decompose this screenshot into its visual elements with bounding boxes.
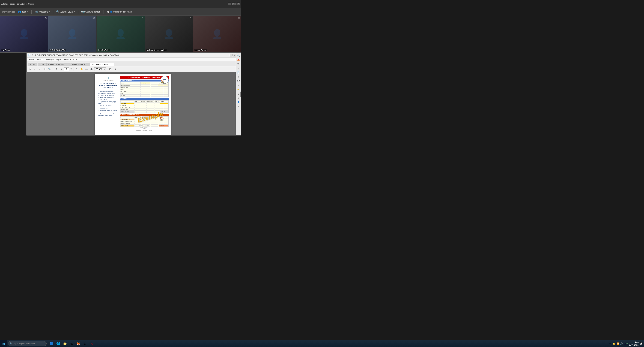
participant-4-avatar: 👤 [164, 29, 174, 39]
video-cell-3: 👤 Luc GABALI ✕ [96, 16, 145, 52]
pdf-main-title: ELABORATION D'UN BUDGET PREVISIONNEL PRO… [98, 82, 118, 89]
right-tool-grid[interactable]: ⊞ [236, 75, 240, 79]
capture-button[interactable]: 📷 Capture d'écran [80, 9, 102, 14]
menu-affichage[interactable]: Affichage [44, 58, 55, 61]
right-tool-edit[interactable]: ✏ [236, 83, 240, 87]
tool-print-icon[interactable]: 🖨 [42, 67, 47, 71]
tool-prev-page-icon[interactable]: ⬆ [54, 67, 58, 71]
house-icon-top: 🏠 [160, 79, 164, 83]
cfei-watermark: WWW.CFEI.FR Page 1 sur 1 [139, 125, 149, 128]
webcams-button[interactable]: 📹 Webcams ▼ [33, 9, 52, 14]
right-tool-print2[interactable]: 🖨 [236, 92, 240, 96]
pdf-tab-exercice4[interactable]: 4 EXERCICE PRATI... [46, 63, 68, 66]
camera-icon: 📹 [34, 10, 38, 13]
elements-table: OBJETTOTAL COPMontant NBR LOGEMENTS GABA… [120, 82, 168, 97]
pdf-tab-exercice3[interactable]: 3 - 1 EXERCICE BU... ✕ [90, 63, 114, 66]
participant-3-avatar: 👤 [115, 29, 126, 39]
separator-4 [103, 10, 104, 14]
pdf-title-text: 3 - 1 EXERCICE BUDGET PROMOTEUR DONNEES … [32, 54, 228, 56]
participant-2-close[interactable]: ✕ [93, 16, 95, 19]
tool-document-icon[interactable]: 🗎 [28, 67, 32, 71]
video-cell-5: 👤 Laurie Gasse ✕ [193, 16, 241, 52]
tool-bookmark-icon[interactable]: ☆ [33, 67, 37, 71]
main-area: 📄 3 - 1 EXERCICE BUDGET PROMOTEUR DONNEE… [0, 53, 241, 135]
menu-fenetre[interactable]: Fenêtre [63, 58, 72, 61]
right-tool-shield[interactable]: 🛡 [236, 96, 240, 100]
menu-edition[interactable]: Edition [36, 58, 44, 61]
pdf-checklist: Opération de promotion immobilière à CLA… [98, 90, 118, 111]
tool-view-mode-icon[interactable]: ⊞ [108, 67, 112, 71]
tool-zoom-out-icon[interactable]: ➖ [84, 67, 88, 71]
right-tool-pdf[interactable]: 📄 [236, 72, 240, 74]
participant-2-name: NICOLAS CASTA [50, 49, 66, 51]
zoom-select[interactable]: 80,6 % [94, 67, 106, 71]
pdf-tab-accueil[interactable]: Accueil [28, 63, 37, 66]
pdf-icon: 📄 [28, 54, 31, 56]
toolbar2-sep-1 [53, 67, 53, 71]
page-separator: / [70, 68, 70, 70]
pdf-viewer: 📄 3 - 1 EXERCICE BUDGET PROMOTEUR DONNEE… [26, 53, 241, 135]
close-button[interactable]: ✕ [236, 3, 240, 5]
exercise-label: Exercice pratique [98, 79, 118, 81]
pdf-nav-arrow-left[interactable]: ◀ [240, 91, 241, 97]
webcams-dropdown-arrow: ▼ [49, 11, 50, 13]
participant-5-close[interactable]: ✕ [238, 16, 240, 19]
top-bar: Affichage actuel : écran Laurie Gasse ─ … [0, 0, 241, 8]
page-total: 1 [71, 68, 72, 70]
pdf-question: → Quel est le montant de CHARGE FONCIERE… [98, 113, 118, 116]
tous-button[interactable]: 👥 Tous ▼ [16, 9, 30, 14]
tool-cursor-icon[interactable]: ↖ [74, 67, 79, 71]
pdf-spreadsheet: CFEI BUDGET PROMOTION / CLAMART CABINET … [120, 76, 168, 131]
intervenant-label: Intervenant(s) : [2, 11, 15, 13]
checklist-item-2: Gabarit de 1426m² SDP [98, 94, 118, 96]
participant-1-avatar: 👤 [18, 29, 30, 39]
pdf-tab-exercice5[interactable]: 5 EXERCICE PRATI... [68, 63, 90, 66]
participant-1-close[interactable]: ✕ [45, 16, 47, 19]
pdf-content: ◀ ⚙️ Exercice pratique ELABORATION D'UN … [27, 72, 241, 135]
pdf-right-tools: 🔍 📤 W ⊡ 📄 ⊞ 💬 ✏ ✍ 🖨 🛡 👤 ⚙ [236, 72, 241, 135]
capture-icon: 📷 [81, 10, 85, 13]
checklist-item-8: Coût au m² SHAB de 2000 € [98, 109, 118, 111]
menu-fichier[interactable]: Fichier [28, 58, 36, 61]
participant-4-name: philippe favre-reguillon [146, 49, 167, 51]
checklist-item-1: Opération de promotion immobilière à CLA… [98, 90, 118, 94]
right-tool-person[interactable]: 👤 [236, 100, 240, 104]
participant-4-close[interactable]: ✕ [190, 16, 192, 19]
pdf-tab-outils[interactable]: Outils [38, 63, 46, 66]
tool-hand-icon[interactable]: ✋ [80, 67, 84, 71]
tool-zoom-in-icon[interactable]: ➕ [89, 67, 94, 71]
video-cell-2: 👤 NICOLAS CASTA ✕ [48, 16, 97, 52]
zoom-dropdown-arrow: ▼ [74, 11, 76, 13]
video-cell-1: 👤 Lia Ziano ✕ [0, 16, 48, 52]
minimize-button[interactable]: ─ [228, 3, 231, 5]
dual-screen-button[interactable]: 🖥 👤 Utiliser deux écrans [105, 9, 133, 14]
tool-next-page-icon[interactable]: ⬇ [59, 67, 63, 71]
checklist-item-7: Marge de 8 % [98, 107, 118, 109]
right-tool-sign[interactable]: ✍ [236, 87, 240, 91]
page-number-input[interactable] [64, 67, 69, 71]
menu-signer[interactable]: Signer [55, 58, 63, 61]
right-tool-settings[interactable]: ⚙ [236, 104, 240, 108]
menu-aide[interactable]: Aide [72, 58, 78, 61]
color-indicator-bar [162, 76, 163, 131]
pdf-toolbar2: 🗎 ☆ ↩ 🖨 🔍 ⬆ ⬇ / 1 ↖ ✋ ➖ ➕ 80,6 % ⊞ ⬇ [27, 66, 241, 72]
video-cell-4: 👤 philippe favre-reguillon ✕ [145, 16, 193, 52]
zoom-button[interactable]: 🔍 Zoom : 160% ▼ [55, 9, 76, 14]
pdf-minimize-button[interactable]: ─ [230, 54, 232, 56]
right-tool-comment[interactable]: 💬 [236, 79, 240, 83]
tool-back-icon[interactable]: ↩ [38, 67, 42, 71]
exercise-icon: ⚙️ [98, 77, 118, 79]
section-produits: PRODUITS [120, 98, 168, 100]
tool-download-icon[interactable]: ⬇ [113, 67, 117, 71]
pdf-tab-close[interactable]: ✕ [110, 64, 112, 65]
maximize-button[interactable]: □ [232, 3, 236, 5]
users-icon: 👥 [18, 10, 21, 13]
participant-3-close[interactable]: ✕ [142, 16, 144, 19]
screen-label: Affichage actuel : écran Laurie Gasse [2, 3, 34, 5]
zoom-icon: 🔍 [56, 10, 60, 13]
tool-search-icon[interactable]: 🔍 [48, 67, 52, 71]
participant-5-avatar: 👤 [212, 29, 222, 39]
pdf-menu: Fichier Edition Affichage Signer Fenêtre… [27, 57, 241, 61]
house-icon-bottom: 🏠 [160, 117, 164, 121]
pdf-content-inner: ⚙️ Exercice pratique ELABORATION D'UN BU… [97, 76, 168, 131]
